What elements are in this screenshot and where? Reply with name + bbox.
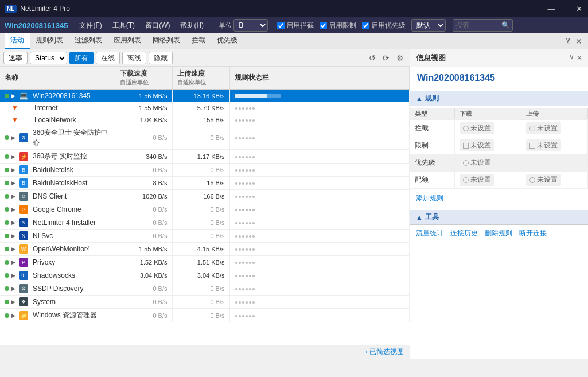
row-name-cell: ▶WOpenWebMonitor4 (0, 243, 115, 256)
rule-dot (246, 182, 248, 185)
table-row[interactable]: ▶3360安全卫士 安全防护中心0 B/s0 B/s (0, 126, 410, 150)
filter-online[interactable]: 在线 (96, 52, 120, 64)
simplified-view-link[interactable]: › 已简选视图 (365, 347, 404, 357)
refresh-icon[interactable]: ⟳ (380, 52, 392, 64)
expand-button[interactable]: ▶ (11, 286, 15, 292)
tab-apps[interactable]: 应用列表 (108, 33, 147, 49)
expand-button[interactable]: ▶ (11, 299, 15, 305)
expand-button[interactable]: ▶ (11, 135, 15, 141)
rule-dot (242, 288, 244, 290)
tab-filters[interactable]: 过滤列表 (69, 33, 108, 49)
delete-rules-link[interactable]: 删除规则 (485, 228, 512, 238)
table-row[interactable]: ▼LocalNetwork1.04 KB/s155 B/s (0, 114, 410, 126)
rules-expand-icon[interactable]: ▲ (416, 95, 423, 103)
table-row[interactable]: ▶BBaiduNetdiskHost8 B/s15 B/s (0, 177, 410, 190)
table-row[interactable]: ▶💻Win2020081613451.56 MB/s13.16 KB/s (0, 90, 410, 102)
row-download-cell: 0 B/s (115, 230, 172, 243)
row-name-cell: ▶BBaiduNetdiskHost (0, 177, 115, 190)
tab-block[interactable]: 拦截 (186, 33, 211, 49)
rule-dot (249, 196, 251, 198)
table-row[interactable]: ▶⚙SSDP Discovery0 B/s0 B/s (0, 282, 410, 296)
rules-col-upload: 上传 (521, 108, 588, 120)
filter-offline[interactable]: 离线 (122, 52, 146, 64)
tools-expand-icon[interactable]: ▲ (416, 213, 423, 221)
add-rule-link[interactable]: 添加规则 (410, 191, 588, 205)
disconnect-link[interactable]: 断开连接 (519, 228, 547, 238)
close-button[interactable]: ✕ (574, 4, 583, 13)
table-row[interactable]: ▶⚙DNS Client1020 B/s166 B/s (0, 190, 410, 203)
menu-file[interactable]: 文件(F) (75, 19, 106, 32)
unit-select[interactable]: BKBMBGB (233, 19, 268, 32)
menu-help[interactable]: 帮助(H) (176, 19, 208, 32)
expand-button[interactable]: ▶ (11, 193, 15, 199)
enable-priority-checkbox[interactable]: 启用优先级 (362, 21, 406, 30)
expand-button[interactable]: ▶ (11, 273, 15, 278)
rules-col-type: 类型 (410, 108, 455, 120)
table-row[interactable]: ▶⚡360杀毒 实时监控340 B/s1.17 KB/s (0, 150, 410, 164)
expand-button[interactable]: ▶ (11, 313, 15, 318)
right-close-icon[interactable]: ✕ (577, 54, 582, 62)
table-row[interactable]: ▶NNetLimiter 4 Installer0 B/s0 B/s (0, 216, 410, 230)
table-row[interactable]: ▶WOpenWebMonitor41.55 MB/s4.15 KB/s (0, 243, 410, 256)
table-row[interactable]: ▶NNLSvc0 B/s0 B/s (0, 230, 410, 243)
expand-button[interactable]: ▶ (11, 93, 15, 99)
menu-window[interactable]: 窗口(W) (141, 19, 174, 32)
rule-dot (246, 196, 248, 198)
table-row[interactable]: ▶PPrivoxy1.52 KB/s1.51 KB/s (0, 256, 410, 269)
row-name-label: System (33, 298, 56, 306)
status-select[interactable]: StatusAllActive (30, 52, 67, 64)
table-row[interactable]: ▶GGoogle Chrome0 B/s0 B/s (0, 203, 410, 216)
tab-close-icon[interactable]: ✕ (574, 36, 583, 47)
traffic-stats-link[interactable]: 流量统计 (416, 228, 443, 238)
rules-section-header: ▲ 规则 (410, 91, 588, 106)
tools-section-label: 工具 (425, 212, 439, 222)
table-row[interactable]: ▶✈Shadowsocks3.04 KB/s3.04 KB/s (0, 269, 410, 282)
expand-button[interactable]: ▶ (11, 154, 15, 160)
title-controls[interactable]: — □ ✕ (547, 4, 583, 13)
tab-pin-icon[interactable]: ⊻ (564, 36, 572, 47)
filter-all[interactable]: 所有 (69, 52, 94, 64)
radio-circle (529, 177, 535, 183)
connection-history-link[interactable]: 连接历史 (450, 228, 478, 238)
expand-button[interactable]: ▶ (11, 233, 15, 239)
rule-dot (242, 107, 244, 110)
right-pin-icon[interactable]: ⊻ (569, 54, 574, 62)
rule-dot (246, 209, 248, 211)
menu-tools[interactable]: 工具(T) (108, 19, 139, 32)
rule-row-limit: 限制 未设置 未设置 (410, 137, 588, 154)
tab-priority[interactable]: 优先级 (211, 33, 243, 49)
rule-download-block: 未设置 (455, 120, 521, 137)
table-row[interactable]: ▼Internet1.55 MB/s5.79 KB/s (0, 102, 410, 114)
expand-button[interactable]: ▶ (11, 220, 15, 226)
maximize-button[interactable]: □ (560, 4, 570, 13)
rule-type-quota: 配额 (410, 172, 455, 189)
rate-button[interactable]: 速率 (3, 52, 28, 64)
filter-hidden[interactable]: 隐藏 (149, 52, 173, 64)
app-title: NetLimiter 4 Pro (20, 5, 70, 13)
table-row[interactable]: ▶📁Windows 资源管理器0 B/s0 B/s (0, 309, 410, 322)
expand-button[interactable]: ▶ (11, 246, 15, 252)
search-input[interactable] (455, 21, 501, 29)
expand-button[interactable]: ▶ (11, 180, 15, 186)
tab-networks[interactable]: 网络列表 (147, 33, 186, 49)
tab-rules[interactable]: 规则列表 (30, 33, 69, 49)
row-download-cell: 0 B/s (115, 216, 172, 230)
expand-button[interactable]: ▶ (11, 167, 15, 173)
rule-dot (235, 301, 237, 304)
expand-button[interactable]: ▶ (11, 259, 15, 265)
search-box[interactable]: 🔍 (453, 19, 513, 32)
priority-select[interactable]: 默认 (411, 19, 446, 32)
table-row[interactable]: ▶BBaiduNetdisk0 B/s0 B/s (0, 164, 410, 177)
minimize-button[interactable]: — (547, 4, 556, 13)
reset-icon[interactable]: ↺ (367, 52, 378, 64)
expand-button[interactable]: ▶ (11, 207, 15, 212)
settings-icon[interactable]: ⚙ (394, 52, 406, 64)
enable-limit-checkbox[interactable]: 启用限制 (320, 21, 356, 30)
enable-block-checkbox[interactable]: 启用拦截 (277, 21, 314, 30)
row-name-label: OpenWebMonitor4 (33, 245, 91, 253)
search-icon[interactable]: 🔍 (501, 21, 510, 29)
row-upload-cell: 166 B/s (172, 190, 229, 203)
tab-active[interactable]: 活动 (5, 33, 30, 49)
table-row[interactable]: ▶❖System0 B/s0 B/s (0, 296, 410, 309)
status-dot (5, 273, 9, 278)
